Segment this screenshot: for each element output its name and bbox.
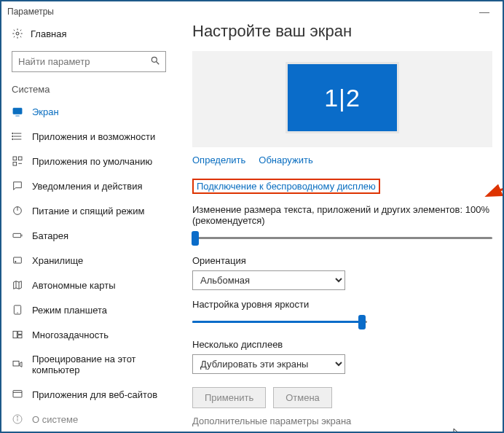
nav-label: Проецирование на этот компьютер xyxy=(32,354,166,375)
nav-label: Режим планшета xyxy=(32,305,107,316)
nav-power[interactable]: Питание и спящий режим xyxy=(1,198,176,223)
sidebar: Главная Система Экран Приложения и возмо… xyxy=(1,22,176,432)
nav-label: Экран xyxy=(32,106,59,117)
project-icon xyxy=(12,359,23,370)
svg-point-1 xyxy=(151,57,157,62)
display-preview: 1|2 xyxy=(192,51,492,147)
chat-icon xyxy=(12,180,23,192)
nav-label: Многозадачность xyxy=(32,329,109,340)
nav-maps[interactable]: Автономные карты xyxy=(1,273,176,297)
link-wireless-display[interactable]: Подключение к беспроводному дисплею xyxy=(192,179,380,194)
advanced-label: Дополнительные параметры экрана xyxy=(192,416,351,426)
svg-rect-12 xyxy=(18,157,22,160)
svg-point-0 xyxy=(16,32,19,35)
monitor-tile[interactable]: 1|2 xyxy=(288,64,397,131)
map-icon xyxy=(12,279,23,291)
advanced-link[interactable]: Дополнительные параметры экрана xyxy=(192,416,492,426)
multitask-icon xyxy=(12,329,23,340)
svg-rect-17 xyxy=(13,233,21,237)
storage-icon xyxy=(12,254,23,266)
cancel-button[interactable]: Отмена xyxy=(273,387,332,408)
home-label: Главная xyxy=(31,28,66,39)
nav-label: О системе xyxy=(32,414,78,425)
nav-label: Батарея xyxy=(32,230,68,241)
nav-label: Питание и спящий режим xyxy=(32,206,144,216)
home-link[interactable]: Главная xyxy=(1,25,176,47)
svg-rect-27 xyxy=(18,335,22,338)
nav-web-apps[interactable]: Приложения для веб-сайтов xyxy=(1,382,176,407)
tablet-icon xyxy=(12,304,23,316)
search-box[interactable] xyxy=(12,51,166,72)
power-icon xyxy=(12,205,23,216)
scale-slider[interactable] xyxy=(192,230,492,246)
svg-rect-13 xyxy=(13,162,17,165)
svg-point-20 xyxy=(15,261,16,262)
svg-rect-25 xyxy=(13,331,17,338)
search-input[interactable] xyxy=(12,51,166,72)
cursor-icon xyxy=(452,427,465,432)
nav-notifications[interactable]: Уведомления и действия xyxy=(1,173,176,198)
svg-rect-11 xyxy=(13,157,17,160)
orientation-label: Ориентация xyxy=(192,255,492,266)
svg-point-10 xyxy=(12,139,13,139)
battery-icon xyxy=(12,230,23,241)
main-panel: Настройте ваш экран 1|2 Определить Обнар… xyxy=(176,22,503,432)
brightness-label: Настройка уровня яркости xyxy=(192,299,492,310)
settings-window: Параметры — Главная Система Экран Прилож… xyxy=(0,0,504,433)
nav-label: Приложения и возможности xyxy=(32,131,155,142)
info-icon xyxy=(12,413,23,425)
svg-point-9 xyxy=(12,136,13,136)
brightness-slider[interactable] xyxy=(192,314,367,330)
nav-battery[interactable]: Батарея xyxy=(1,223,176,248)
svg-line-2 xyxy=(157,62,160,65)
monitor-icon xyxy=(12,106,23,117)
minimize-button[interactable]: — xyxy=(472,6,497,17)
link-identify[interactable]: Определить xyxy=(192,155,245,165)
nav-default-apps[interactable]: Приложения по умолчанию xyxy=(1,149,176,173)
nav-label: Приложения по умолчанию xyxy=(32,156,152,167)
svg-rect-28 xyxy=(13,361,19,366)
section-header: Система xyxy=(1,82,176,99)
svg-rect-3 xyxy=(13,108,22,114)
title-bar: Параметры — xyxy=(1,1,503,22)
nav-label: Хранилище xyxy=(32,255,83,266)
nav-about[interactable]: О системе xyxy=(1,407,176,432)
search-icon xyxy=(150,55,160,68)
apply-button[interactable]: Применить xyxy=(192,387,266,408)
nav-tablet[interactable]: Режим планшета xyxy=(1,297,176,322)
nav-display[interactable]: Экран xyxy=(1,99,176,124)
nav-storage[interactable]: Хранилище xyxy=(1,248,176,273)
svg-point-33 xyxy=(17,416,17,417)
nav-label: Уведомления и действия xyxy=(32,181,143,192)
svg-point-8 xyxy=(12,133,13,133)
svg-rect-29 xyxy=(13,391,22,397)
gear-icon xyxy=(12,28,23,39)
nav-list: Экран Приложения и возможности Приложени… xyxy=(1,99,176,432)
nav-multitask[interactable]: Многозадачность xyxy=(1,322,176,347)
orientation-select[interactable]: Альбомная xyxy=(192,270,345,290)
nav-label: Автономные карты xyxy=(32,280,116,291)
link-detect[interactable]: Обнаружить xyxy=(259,155,312,165)
svg-rect-26 xyxy=(18,331,22,334)
scale-label: Изменение размера текста, приложений и д… xyxy=(192,204,492,226)
multi-display-label: Несколько дисплеев xyxy=(192,339,492,350)
svg-line-34 xyxy=(497,128,503,192)
web-icon xyxy=(12,389,23,400)
nav-apps[interactable]: Приложения и возможности xyxy=(1,124,176,149)
multi-display-select[interactable]: Дублировать эти экраны xyxy=(192,354,345,374)
nav-label: Приложения для веб-сайтов xyxy=(32,389,157,400)
defaults-icon xyxy=(12,155,23,167)
nav-projecting[interactable]: Проецирование на этот компьютер xyxy=(1,347,176,382)
window-title: Параметры xyxy=(7,7,54,17)
page-heading: Настройте ваш экран xyxy=(192,22,492,41)
list-icon xyxy=(12,130,23,142)
svg-rect-19 xyxy=(14,257,22,263)
display-actions: Определить Обнаружить Подключение к бесп… xyxy=(192,155,492,194)
